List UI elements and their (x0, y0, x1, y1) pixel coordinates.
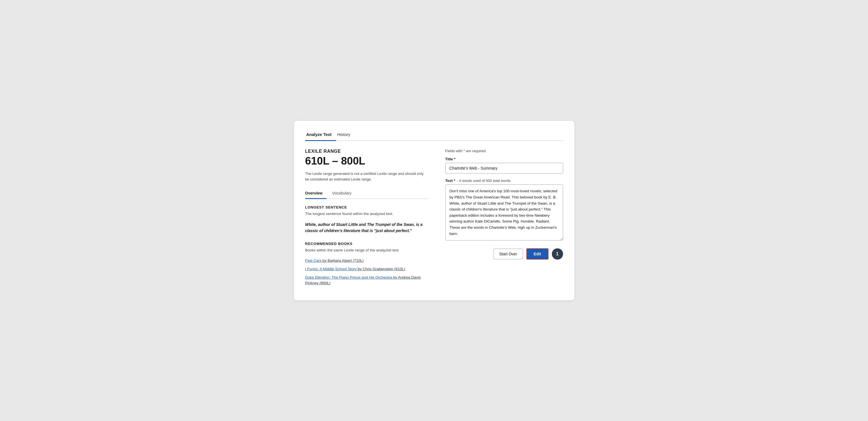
tab-history[interactable]: History (336, 129, 355, 141)
book-title-2: Duke Ellington: The Piano Prince and His… (305, 275, 392, 279)
text-textarea[interactable] (445, 184, 563, 240)
main-card: Analyze Text History LEXILE RANGE 610L –… (294, 121, 574, 300)
longest-sentence-title: LONGEST SENTENCE (305, 205, 429, 209)
sub-tab-vocabulary[interactable]: Vocabulary (332, 189, 355, 199)
recommended-books-title: RECOMMENDED BOOKS (305, 242, 429, 246)
edit-button[interactable]: Edit (526, 248, 548, 260)
text-field-label: Text * (445, 179, 456, 183)
sub-tab-bar: Overview Vocabulary (305, 189, 429, 199)
book-title-0: Fast Cars (305, 259, 322, 263)
tab-bar: Analyze Text History (305, 129, 563, 141)
recommended-books-desc: Books within the same Lexile range of th… (305, 247, 429, 253)
book-link-0[interactable]: Fast Cars by Barbara Alpert (710L) (305, 258, 429, 264)
title-field-label: Title * (445, 157, 563, 161)
longest-sentence-quote: White, author of Stuart Little and The T… (305, 221, 429, 234)
lexile-disclaimer: The Lexile range generated is not a cert… (305, 171, 429, 182)
title-input[interactable] (445, 163, 563, 174)
word-count-label: - # words used of 500 total words (457, 179, 510, 183)
book-title-1: I Funny: A Middle School Story (305, 267, 357, 271)
book-meta-0: by Barbara Alpert (710L) (321, 259, 364, 263)
step-badge: 1 (552, 248, 563, 260)
text-label-row: Text * - # words used of 500 total words (445, 179, 563, 183)
left-panel: LEXILE RANGE 610L – 800L The Lexile rang… (305, 149, 429, 289)
lexile-label: LEXILE RANGE (305, 149, 429, 154)
longest-sentence-desc: The longest sentence found within the an… (305, 211, 429, 217)
book-link-1[interactable]: I Funny: A Middle School Story by Chris … (305, 266, 429, 272)
required-note: Fields with * are required. (445, 149, 563, 153)
book-link-2[interactable]: Duke Ellington: The Piano Prince and His… (305, 275, 429, 286)
lexile-range-value: 610L – 800L (305, 155, 429, 167)
sub-tab-overview[interactable]: Overview (305, 189, 327, 199)
right-panel: Fields with * are required. Title * Text… (445, 149, 563, 289)
start-over-button[interactable]: Start Over (493, 249, 523, 259)
book-meta-1: by Chris Grabenstein (610L) (356, 267, 405, 271)
action-row: Start Over Edit 1 (445, 248, 563, 260)
main-layout: LEXILE RANGE 610L – 800L The Lexile rang… (305, 149, 563, 289)
tab-analyze-text[interactable]: Analyze Text (305, 129, 336, 141)
